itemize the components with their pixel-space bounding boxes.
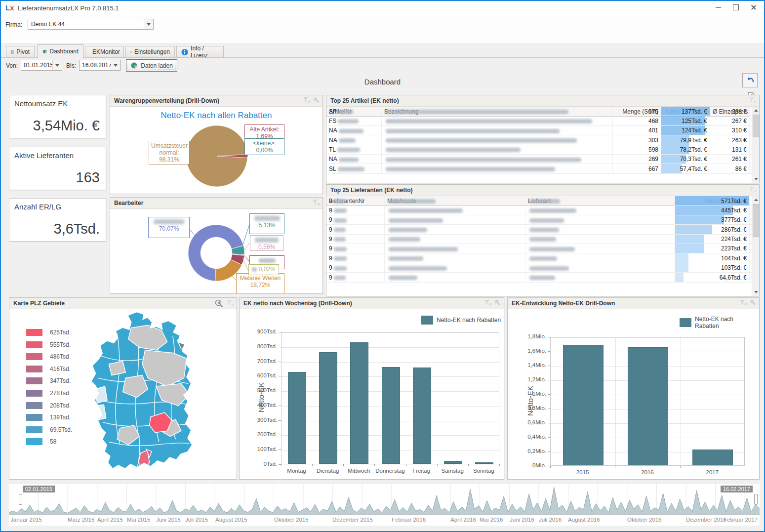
chevron-down-icon[interactable]: [111, 60, 120, 70]
maximize-button[interactable]: [727, 1, 744, 14]
bar[interactable]: [288, 372, 306, 464]
table-row[interactable]: 9377Tsd. €: [326, 215, 759, 225]
daten-laden-button[interactable]: Daten laden: [126, 59, 177, 72]
clear-filter-icon[interactable]: [303, 97, 311, 104]
minimize-button[interactable]: [710, 1, 726, 14]
vertical-scrollbar[interactable]: [752, 196, 759, 296]
bezeichnung-cell: [382, 135, 613, 144]
y-axis-title: Netto-EK: [257, 380, 265, 415]
netto-ek-cell: 377Tsd. €: [675, 215, 750, 224]
bar[interactable]: [382, 367, 400, 464]
clear-filter-icon[interactable]: [226, 300, 234, 307]
germany-map[interactable]: [61, 311, 224, 478]
tab-einstellungen[interactable]: Einstellungen: [125, 46, 175, 57]
cell-value: [384, 165, 610, 172]
table-row[interactable]: 9286Tsd. €: [326, 225, 759, 234]
firma-select[interactable]: Demo EK 44: [28, 19, 154, 30]
timeline-month-label: April 2015: [97, 517, 123, 523]
undo-button[interactable]: [742, 73, 758, 87]
scrollbar-thumb[interactable]: [753, 204, 759, 237]
drill-up-arrow-icon[interactable]: [314, 97, 320, 104]
blurred-text: [529, 247, 575, 251]
zoom-reset-icon[interactable]: [215, 299, 223, 307]
lieferantennr-cell: 9: [326, 196, 385, 205]
timeline-right-handle[interactable]: [754, 494, 758, 505]
drill-up-arrow-icon[interactable]: [750, 300, 757, 306]
table-row[interactable]: 9103Tsd. €: [326, 263, 759, 273]
tab-info-lizenz[interactable]: Info / Lizenz: [176, 46, 224, 57]
timeline-month-label: Juli 2015: [185, 517, 208, 523]
cell-value: 667: [615, 165, 658, 172]
bar[interactable]: [475, 462, 493, 464]
drill-up-arrow-icon[interactable]: [495, 300, 501, 306]
von-date-input[interactable]: 01.01.2015: [21, 60, 62, 71]
table-row[interactable]: NA26970,3Tsd. €261 €: [326, 155, 759, 164]
table-row[interactable]: 964,6Tsd. €: [326, 273, 759, 282]
clear-filter-icon[interactable]: [749, 186, 757, 193]
bar[interactable]: [444, 461, 462, 464]
cell-prefix: SL: [329, 165, 336, 172]
tab-pivot[interactable]: Pivot: [6, 46, 35, 57]
table-row[interactable]: 9224Tsd. €: [326, 235, 759, 244]
table-row[interactable]: NA30379,9Tsd. €263 €: [326, 135, 759, 145]
cell-value: 70,3Tsd. €: [664, 156, 707, 163]
clear-filter-icon[interactable]: [739, 299, 747, 306]
clear-filter-icon[interactable]: [749, 97, 757, 104]
donut-leader-lines: [110, 209, 322, 293]
chevron-down-icon[interactable]: [144, 19, 153, 29]
titlebar: Lx LieferantenumsatzLX Pro 7.0.815.1: [1, 1, 764, 15]
blurred-text: [386, 119, 592, 123]
bar[interactable]: [563, 345, 604, 465]
donut-label-6: Melanie Weiten 18,72%: [236, 273, 284, 293]
artikelnr-cell: NA: [326, 135, 382, 144]
lieferantennr-cell: 9: [326, 235, 385, 244]
y-tick-label: 0Mio.: [512, 462, 546, 468]
x-tick-label: 2015: [550, 469, 615, 475]
bar[interactable]: [413, 368, 431, 464]
table-row[interactable]: 9104Tsd. €: [326, 253, 759, 263]
cell-value: [528, 236, 672, 243]
close-button[interactable]: [745, 1, 762, 14]
bar[interactable]: [319, 352, 337, 464]
y-tick-label: 1,6Mio.: [512, 348, 546, 354]
bar[interactable]: [350, 342, 368, 464]
scroll-up-arrow[interactable]: [752, 107, 759, 114]
table-row[interactable]: NA401124Tsd. €310 €: [326, 126, 759, 135]
table-row[interactable]: SL66757,4Tsd. €86 €: [326, 164, 759, 173]
table-row[interactable]: 9223Tsd. €: [326, 244, 759, 253]
chevron-down-icon[interactable]: [52, 60, 62, 70]
grid-line: [282, 332, 499, 333]
lieferantennr-cell: 9: [326, 273, 385, 282]
vertical-scrollbar[interactable]: [752, 107, 759, 183]
x-tick-mark: [550, 466, 551, 468]
cell-value: TL: [329, 146, 379, 153]
tab-dashboard[interactable]: Dashboard: [38, 44, 83, 58]
table-row[interactable]: TL59878,2Tsd. €131 €: [326, 145, 759, 155]
scroll-up-arrow[interactable]: [752, 196, 759, 204]
timeline-left-handle[interactable]: [19, 494, 22, 505]
table-row[interactable]: FS468125Tsd. €267 €: [326, 116, 759, 125]
legend-swatch: [26, 426, 42, 433]
table-row[interactable]: SP575137Tsd. €238 €: [326, 107, 759, 116]
clear-filter-icon[interactable]: [312, 199, 320, 206]
tab-ekmonitor[interactable]: EKMonitor: [85, 46, 124, 57]
timeline-range-selector[interactable]: 02.01.2015 16.02.2017 Januar 2015März 20…: [9, 484, 760, 526]
scrollbar-thumb[interactable]: [753, 115, 759, 137]
blurred-text: [529, 218, 564, 223]
table-row[interactable]: 9571Tsd. €: [326, 196, 759, 205]
cell-value: 238 €: [713, 108, 747, 115]
clear-filter-icon[interactable]: [484, 299, 492, 306]
donut-chart-body: 70,07% 5,13% 0,56% 5,37% Melanie Weiten …: [110, 209, 322, 293]
toolbar: Von: 01.01.2015 Bis: 16.08.2017 Daten la…: [1, 58, 764, 73]
bar[interactable]: [628, 347, 668, 465]
y-tick-mark: [548, 380, 550, 380]
bis-date-input[interactable]: 16.08.2017: [79, 60, 121, 71]
table-row[interactable]: 9445Tsd. €: [326, 205, 759, 215]
scroll-down-arrow[interactable]: [752, 175, 759, 183]
panel-header: EK-Entwicklung Netto-EK Drill-Down: [508, 298, 759, 309]
blurred-text: [386, 167, 555, 171]
firma-label: Firma:: [5, 21, 22, 28]
scroll-down-arrow[interactable]: [752, 288, 759, 296]
lieferantennr-cell: 9: [326, 253, 385, 262]
bar[interactable]: [692, 450, 733, 465]
